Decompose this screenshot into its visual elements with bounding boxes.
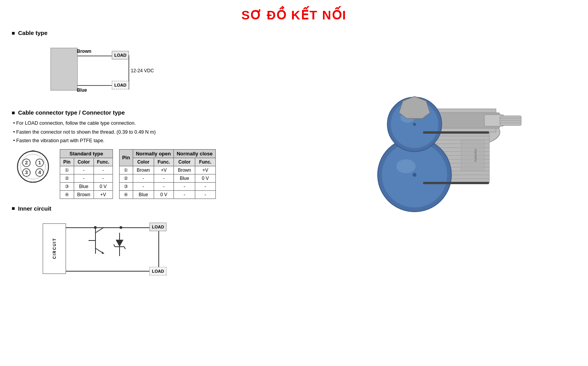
std-col-func: Func. [94,158,113,166]
svg-text:4: 4 [38,169,41,175]
std-cell-pin-2: ③ [60,182,74,190]
cd-brown-wire [78,56,113,56]
cd-blue-wire [78,85,113,86]
ic-circuit-box: CIRCUIT [43,223,66,274]
iec-cell-pin-0: ① [119,166,133,174]
svg-rect-53 [423,182,489,184]
svg-rect-50 [461,140,484,171]
svg-text:3: 3 [25,169,28,175]
connector-notes: For LOAD connection, follow the cable ty… [13,119,291,145]
svg-line-18 [114,244,115,247]
zener-symbol [112,233,127,256]
ic-circuit-label: CIRCUIT [52,238,57,259]
circuit-diagram: CIRCUIT LOAD LOAD [27,216,229,282]
iec-cell-no_color-0: Brown [133,166,154,174]
std-table-row: ②-- [60,174,113,182]
note-3: Fasten the vibration part with PTFE tape… [13,136,291,145]
iec-cell-nc_func-2: - [195,182,216,190]
std-table-row: ①-- [60,166,113,174]
svg-point-1 [21,154,45,179]
iec-cell-no_func-2: - [154,182,174,190]
pin-circle-svg: 2 1 3 4 [16,149,50,184]
svg-point-38 [396,159,416,173]
cable-type-title: Cable type [12,30,291,36]
iec-cell-no_color-1: - [133,174,154,182]
svg-line-12 [95,227,104,233]
cd-brown-label: Brown [77,49,91,54]
cd-load-bottom: LOAD [112,81,129,89]
iec-cell-pin-2: ③ [119,182,133,190]
standard-type-table: Standard type Pin Color Func. ①--②--③Blu… [60,149,113,199]
ic-load-bottom: LOAD [149,267,167,275]
std-cell-func-2: 0 V [94,182,113,190]
iec-col-no-header: Normally open [133,149,173,158]
page-title: SƠ ĐỒ KẾT NỐI [12,8,576,23]
tables-area: 2 1 3 4 S [16,149,291,199]
cd-sensor-box [50,48,78,91]
ic-bottom-line [66,271,159,272]
ic-top-line [66,227,159,228]
inner-circuit-section: Inner circuit CIRCUIT LOAD LOAD [12,205,291,282]
iec-cell-no_color-2: - [133,182,154,190]
svg-text:Autonics: Autonics [474,148,477,162]
pin-diagram: 2 1 3 4 [16,149,50,184]
std-cell-color-0: - [74,166,94,174]
cd-load-top: LOAD [112,51,129,59]
std-cell-func-1: - [94,174,113,182]
ic-dot-top [94,226,97,229]
iec-cell-nc_color-3: - [174,190,195,199]
iec-table-row: ②--Blue0 V [119,174,215,182]
note-2: Fasten the connector not to shown the th… [13,128,291,137]
svg-marker-16 [116,240,123,247]
iec-cell-pin-3: ④ [119,190,133,199]
std-cell-func-3: +V [94,190,113,199]
connector-type-section: Cable connector type / Connector type Fo… [12,109,291,199]
iec-cell-nc_color-0: Brown [174,166,195,174]
iec-table-row: ①Brown+VBrown+V [119,166,215,174]
svg-text:2: 2 [25,160,28,166]
std-cell-color-3: Brown [74,190,94,199]
inner-circuit-title: Inner circuit [12,205,291,212]
ic-right-vline [158,227,159,271]
svg-point-43 [413,123,416,126]
std-table-row: ④Brown+V [60,190,113,199]
iec-cell-nc_func-1: 0 V [195,174,216,182]
iec-col-pin-header: Pin [119,149,133,166]
transistor-symbol [85,225,108,264]
sensor-image-area: Autonics [291,30,576,282]
ic-dot-top2 [120,226,122,229]
svg-rect-52 [423,131,489,134]
std-cell-color-2: Blue [74,182,94,190]
note-1: For LOAD connection, follow the cable ty… [13,119,291,128]
iec-nc-color-header: Color [174,158,195,166]
std-cell-color-1: - [74,174,94,182]
sensor-3d-svg: Autonics [337,54,531,256]
connector-type-title: Cable connector type / Connector type [12,109,291,116]
iec-cell-no_func-3: 0 V [154,190,174,199]
cd-blue-label: Blue [77,87,87,93]
svg-text:1: 1 [38,160,41,166]
svg-line-19 [124,247,125,249]
iec-cell-nc_func-3: - [195,190,216,199]
svg-point-39 [413,173,416,177]
iec-cell-nc_color-2: - [174,182,195,190]
std-cell-pin-3: ④ [60,190,74,199]
std-cell-pin-1: ② [60,174,74,182]
iec-cell-no_color-3: Blue [133,190,154,199]
iec-cell-no_func-1: - [154,174,174,182]
iec-col-nc-header: Normally close [174,149,216,158]
iec-no-func-header: Func. [154,158,174,166]
iec-cell-nc_color-1: Blue [174,174,195,182]
std-cell-pin-0: ① [60,166,74,174]
iec-table-row: ③---- [119,182,215,190]
std-cell-func-0: - [94,166,113,174]
iec-nc-func-header: Func. [195,158,216,166]
std-col-color: Color [74,158,94,166]
cable-type-section: Cable type Brown LOAD 12-24 VDC Blue LOA… [12,30,291,102]
std-col-pin: Pin [60,158,74,166]
iec-cell-pin-1: ② [119,174,133,182]
iec-no-color-header: Color [133,158,154,166]
cd-vdc-label: 12-24 VDC [131,68,154,73]
ic-load-top: LOAD [149,223,167,231]
std-table-row: ③Blue0 V [60,182,113,190]
